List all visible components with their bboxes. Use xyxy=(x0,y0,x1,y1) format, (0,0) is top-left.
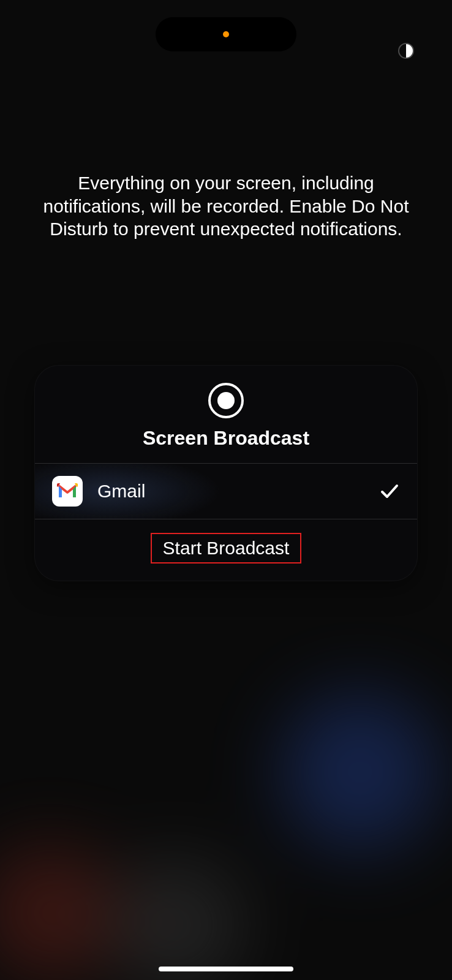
screen-broadcast-card: Screen Broadcast Gmail Start Broadcast xyxy=(34,365,418,581)
home-indicator[interactable] xyxy=(159,967,293,971)
mic-indicator-dot xyxy=(223,31,229,37)
broadcast-target-row[interactable]: Gmail xyxy=(35,464,417,519)
card-title: Screen Broadcast xyxy=(143,427,309,450)
dynamic-island xyxy=(156,17,296,51)
app-name-label: Gmail xyxy=(97,481,379,502)
gmail-icon xyxy=(52,476,83,507)
start-broadcast-button[interactable]: Start Broadcast xyxy=(151,533,302,564)
status-bar xyxy=(0,17,452,51)
start-row: Start Broadcast xyxy=(35,519,417,581)
record-icon xyxy=(208,383,244,418)
battery-indicator xyxy=(397,42,415,60)
card-header: Screen Broadcast xyxy=(35,366,417,464)
checkmark-icon xyxy=(379,481,400,502)
recording-warning-text: Everything on your screen, including not… xyxy=(37,172,415,241)
